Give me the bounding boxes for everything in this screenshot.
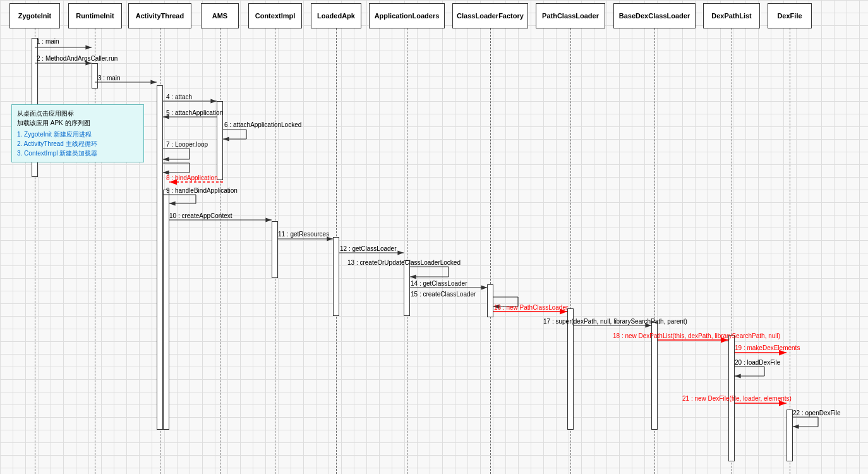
actor-ams: AMS xyxy=(201,3,239,28)
label-m20: 20 : loadDexFile xyxy=(735,359,780,366)
lifeline-runtimeinit xyxy=(95,28,95,474)
label-m21: 21 : new DexFile(file, loader, elements) xyxy=(682,395,792,402)
actor-runtimeinit: RuntimeInit xyxy=(68,3,122,28)
activation-activitythread-2 xyxy=(163,190,169,430)
label-m10: 10 : createAppContext xyxy=(169,212,232,219)
note-box: 从桌面点击应用图标 加载该应用 APK 的序列图 1. ZygoteInit 新… xyxy=(11,104,144,162)
activation-runtimeinit-1 xyxy=(92,63,98,88)
actor-dexpathlist: DexPathList xyxy=(703,3,760,28)
label-m1: 1 : main xyxy=(37,38,59,45)
activation-applicationloaders xyxy=(404,260,410,316)
sequence-diagram: ZygoteInit RuntimeInit ActivityThread AM… xyxy=(0,0,868,474)
activation-classloaderfactory xyxy=(487,284,493,317)
label-m8: 8 : bindApplication xyxy=(166,174,218,181)
lifeline-dexfile xyxy=(790,28,790,474)
actor-zygoteinit: ZygoteInit xyxy=(9,3,60,28)
note-item-1: 1. ZygoteInit 新建应用进程 xyxy=(17,130,138,139)
lifeline-ams xyxy=(220,28,220,474)
label-m4: 4 : attach xyxy=(166,94,192,100)
activation-dexfile xyxy=(787,410,793,461)
label-m9: 9 : handleBindApplication xyxy=(166,187,238,194)
label-m3: 3 : main xyxy=(98,75,121,82)
note-title: 从桌面点击应用图标 xyxy=(17,109,138,118)
activation-contextimpl xyxy=(272,221,278,278)
note-subtitle: 加载该应用 APK 的序列图 xyxy=(17,118,138,128)
note-item-2: 2. ActivityThread 主线程循环 xyxy=(17,139,138,149)
label-m11: 11 : getResources xyxy=(278,231,329,238)
actor-contextimpl: ContextImpl xyxy=(248,3,302,28)
label-m16: 16 : new PathClassLoader xyxy=(494,304,568,311)
label-m14: 14 : getClassLoader xyxy=(411,280,467,287)
actor-dexfile: DexFile xyxy=(768,3,812,28)
activation-pathclassloader xyxy=(567,308,574,430)
label-m19: 19 : makeDexElements xyxy=(735,344,800,351)
actor-loadedapk: LoadedApk xyxy=(311,3,361,28)
activation-loadedapk xyxy=(333,237,339,316)
label-m22: 22 : openDexFile xyxy=(793,410,841,416)
actor-pathclassloader: PathClassLoader xyxy=(536,3,605,28)
activation-activitythread-1 xyxy=(157,85,163,430)
actor-classloaderfactory: ClassLoaderFactory xyxy=(452,3,528,28)
arrows-svg xyxy=(0,0,868,474)
actor-activitythread: ActivityThread xyxy=(128,3,191,28)
label-m2: 2 : MethodAndArgsCaller.run xyxy=(37,55,118,62)
actor-applicationloaders: ApplicationLoaders xyxy=(369,3,445,28)
lifeline-classloaderfactory xyxy=(490,28,491,474)
lifeline-applicationloaders xyxy=(407,28,407,474)
note-item-3: 3. ContextImpl 新建类加载器 xyxy=(17,149,138,158)
label-m18: 18 : new DexPathList(this, dexPath, libr… xyxy=(613,332,780,339)
label-m12: 12 : getClassLoader xyxy=(340,245,397,252)
label-m5: 5 : attachApplication xyxy=(166,109,223,116)
label-m6: 6 : attachApplicationLocked xyxy=(224,121,301,128)
label-m17: 17 : super(dexPath, null, librarySearchP… xyxy=(543,318,687,325)
actor-basedexclassloader: BaseDexClassLoader xyxy=(613,3,696,28)
label-m15: 15 : createClassLoader xyxy=(411,291,476,298)
label-m13: 13 : createOrUpdateClassLoaderLocked xyxy=(347,259,461,266)
label-m7: 7 : Looper.loop xyxy=(166,141,208,148)
